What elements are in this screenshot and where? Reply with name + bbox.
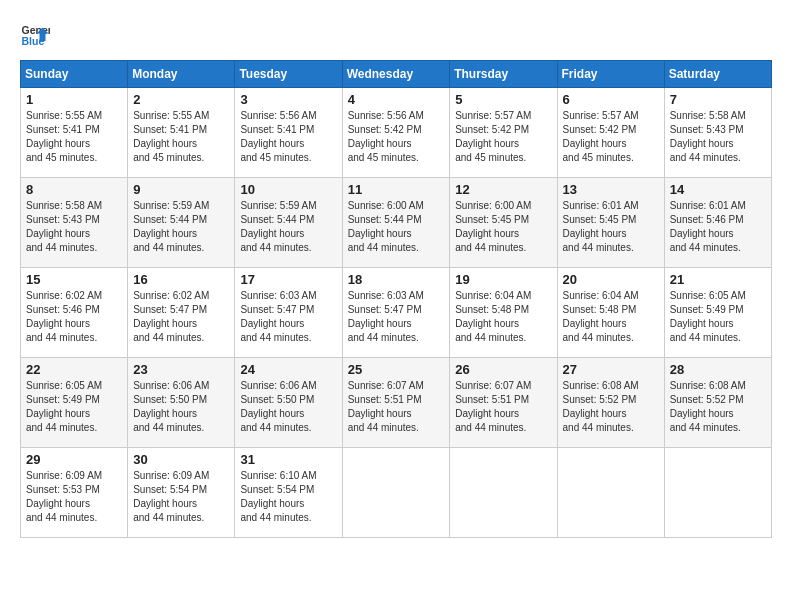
calendar-cell: 5 Sunrise: 5:57 AM Sunset: 5:42 PM Dayli… [450, 88, 557, 178]
calendar-cell [450, 448, 557, 538]
calendar-cell [557, 448, 664, 538]
day-number: 25 [348, 362, 445, 377]
calendar-cell: 10 Sunrise: 5:59 AM Sunset: 5:44 PM Dayl… [235, 178, 342, 268]
calendar-cell: 24 Sunrise: 6:06 AM Sunset: 5:50 PM Dayl… [235, 358, 342, 448]
day-info: Sunrise: 5:55 AM Sunset: 5:41 PM Dayligh… [26, 109, 122, 165]
day-number: 23 [133, 362, 229, 377]
calendar-table: SundayMondayTuesdayWednesdayThursdayFrid… [20, 60, 772, 538]
calendar-cell: 2 Sunrise: 5:55 AM Sunset: 5:41 PM Dayli… [128, 88, 235, 178]
calendar-cell: 15 Sunrise: 6:02 AM Sunset: 5:46 PM Dayl… [21, 268, 128, 358]
day-info: Sunrise: 6:01 AM Sunset: 5:46 PM Dayligh… [670, 199, 766, 255]
calendar-week-row: 29 Sunrise: 6:09 AM Sunset: 5:53 PM Dayl… [21, 448, 772, 538]
day-info: Sunrise: 6:03 AM Sunset: 5:47 PM Dayligh… [240, 289, 336, 345]
day-number: 6 [563, 92, 659, 107]
calendar-cell: 11 Sunrise: 6:00 AM Sunset: 5:44 PM Dayl… [342, 178, 450, 268]
day-info: Sunrise: 6:01 AM Sunset: 5:45 PM Dayligh… [563, 199, 659, 255]
calendar-week-row: 22 Sunrise: 6:05 AM Sunset: 5:49 PM Dayl… [21, 358, 772, 448]
calendar-cell: 13 Sunrise: 6:01 AM Sunset: 5:45 PM Dayl… [557, 178, 664, 268]
day-info: Sunrise: 6:00 AM Sunset: 5:45 PM Dayligh… [455, 199, 551, 255]
day-info: Sunrise: 6:00 AM Sunset: 5:44 PM Dayligh… [348, 199, 445, 255]
weekday-header-tuesday: Tuesday [235, 61, 342, 88]
day-info: Sunrise: 6:07 AM Sunset: 5:51 PM Dayligh… [455, 379, 551, 435]
calendar-cell: 1 Sunrise: 5:55 AM Sunset: 5:41 PM Dayli… [21, 88, 128, 178]
day-number: 1 [26, 92, 122, 107]
calendar-cell: 9 Sunrise: 5:59 AM Sunset: 5:44 PM Dayli… [128, 178, 235, 268]
calendar-cell: 21 Sunrise: 6:05 AM Sunset: 5:49 PM Dayl… [664, 268, 771, 358]
day-info: Sunrise: 6:02 AM Sunset: 5:46 PM Dayligh… [26, 289, 122, 345]
day-info: Sunrise: 6:04 AM Sunset: 5:48 PM Dayligh… [455, 289, 551, 345]
calendar-cell: 14 Sunrise: 6:01 AM Sunset: 5:46 PM Dayl… [664, 178, 771, 268]
weekday-header-friday: Friday [557, 61, 664, 88]
day-number: 2 [133, 92, 229, 107]
day-info: Sunrise: 6:09 AM Sunset: 5:54 PM Dayligh… [133, 469, 229, 525]
day-number: 9 [133, 182, 229, 197]
calendar-cell: 16 Sunrise: 6:02 AM Sunset: 5:47 PM Dayl… [128, 268, 235, 358]
day-info: Sunrise: 6:08 AM Sunset: 5:52 PM Dayligh… [670, 379, 766, 435]
day-number: 27 [563, 362, 659, 377]
day-info: Sunrise: 5:59 AM Sunset: 5:44 PM Dayligh… [240, 199, 336, 255]
day-number: 24 [240, 362, 336, 377]
day-number: 19 [455, 272, 551, 287]
day-info: Sunrise: 6:05 AM Sunset: 5:49 PM Dayligh… [26, 379, 122, 435]
day-info: Sunrise: 5:59 AM Sunset: 5:44 PM Dayligh… [133, 199, 229, 255]
day-number: 31 [240, 452, 336, 467]
day-number: 12 [455, 182, 551, 197]
calendar-cell: 22 Sunrise: 6:05 AM Sunset: 5:49 PM Dayl… [21, 358, 128, 448]
weekday-header-monday: Monday [128, 61, 235, 88]
calendar-cell: 8 Sunrise: 5:58 AM Sunset: 5:43 PM Dayli… [21, 178, 128, 268]
day-number: 30 [133, 452, 229, 467]
calendar-cell: 31 Sunrise: 6:10 AM Sunset: 5:54 PM Dayl… [235, 448, 342, 538]
calendar-cell: 3 Sunrise: 5:56 AM Sunset: 5:41 PM Dayli… [235, 88, 342, 178]
calendar-cell: 17 Sunrise: 6:03 AM Sunset: 5:47 PM Dayl… [235, 268, 342, 358]
page-header: General Blue [20, 20, 772, 50]
calendar-cell: 7 Sunrise: 5:58 AM Sunset: 5:43 PM Dayli… [664, 88, 771, 178]
day-info: Sunrise: 6:07 AM Sunset: 5:51 PM Dayligh… [348, 379, 445, 435]
day-info: Sunrise: 6:05 AM Sunset: 5:49 PM Dayligh… [670, 289, 766, 345]
day-number: 7 [670, 92, 766, 107]
day-number: 8 [26, 182, 122, 197]
day-info: Sunrise: 6:06 AM Sunset: 5:50 PM Dayligh… [240, 379, 336, 435]
calendar-cell: 20 Sunrise: 6:04 AM Sunset: 5:48 PM Dayl… [557, 268, 664, 358]
svg-text:General: General [22, 24, 51, 36]
weekday-header-thursday: Thursday [450, 61, 557, 88]
day-number: 10 [240, 182, 336, 197]
calendar-cell: 12 Sunrise: 6:00 AM Sunset: 5:45 PM Dayl… [450, 178, 557, 268]
weekday-header-wednesday: Wednesday [342, 61, 450, 88]
calendar-cell: 29 Sunrise: 6:09 AM Sunset: 5:53 PM Dayl… [21, 448, 128, 538]
day-number: 4 [348, 92, 445, 107]
day-info: Sunrise: 6:03 AM Sunset: 5:47 PM Dayligh… [348, 289, 445, 345]
day-info: Sunrise: 5:58 AM Sunset: 5:43 PM Dayligh… [26, 199, 122, 255]
day-number: 15 [26, 272, 122, 287]
day-number: 18 [348, 272, 445, 287]
calendar-week-row: 15 Sunrise: 6:02 AM Sunset: 5:46 PM Dayl… [21, 268, 772, 358]
day-number: 3 [240, 92, 336, 107]
day-number: 21 [670, 272, 766, 287]
calendar-cell: 4 Sunrise: 5:56 AM Sunset: 5:42 PM Dayli… [342, 88, 450, 178]
day-number: 26 [455, 362, 551, 377]
calendar-cell [664, 448, 771, 538]
calendar-week-row: 8 Sunrise: 5:58 AM Sunset: 5:43 PM Dayli… [21, 178, 772, 268]
calendar-cell: 30 Sunrise: 6:09 AM Sunset: 5:54 PM Dayl… [128, 448, 235, 538]
day-number: 28 [670, 362, 766, 377]
logo-icon: General Blue [20, 20, 50, 50]
calendar-week-row: 1 Sunrise: 5:55 AM Sunset: 5:41 PM Dayli… [21, 88, 772, 178]
day-info: Sunrise: 5:58 AM Sunset: 5:43 PM Dayligh… [670, 109, 766, 165]
day-number: 11 [348, 182, 445, 197]
calendar-cell: 27 Sunrise: 6:08 AM Sunset: 5:52 PM Dayl… [557, 358, 664, 448]
calendar-cell [342, 448, 450, 538]
day-info: Sunrise: 6:02 AM Sunset: 5:47 PM Dayligh… [133, 289, 229, 345]
weekday-header-sunday: Sunday [21, 61, 128, 88]
calendar-cell: 28 Sunrise: 6:08 AM Sunset: 5:52 PM Dayl… [664, 358, 771, 448]
day-info: Sunrise: 5:55 AM Sunset: 5:41 PM Dayligh… [133, 109, 229, 165]
day-info: Sunrise: 5:56 AM Sunset: 5:42 PM Dayligh… [348, 109, 445, 165]
weekday-header-saturday: Saturday [664, 61, 771, 88]
logo: General Blue [20, 20, 50, 50]
day-info: Sunrise: 6:10 AM Sunset: 5:54 PM Dayligh… [240, 469, 336, 525]
day-info: Sunrise: 5:57 AM Sunset: 5:42 PM Dayligh… [563, 109, 659, 165]
day-number: 5 [455, 92, 551, 107]
day-info: Sunrise: 6:06 AM Sunset: 5:50 PM Dayligh… [133, 379, 229, 435]
day-number: 14 [670, 182, 766, 197]
calendar-cell: 19 Sunrise: 6:04 AM Sunset: 5:48 PM Dayl… [450, 268, 557, 358]
day-number: 16 [133, 272, 229, 287]
day-number: 17 [240, 272, 336, 287]
